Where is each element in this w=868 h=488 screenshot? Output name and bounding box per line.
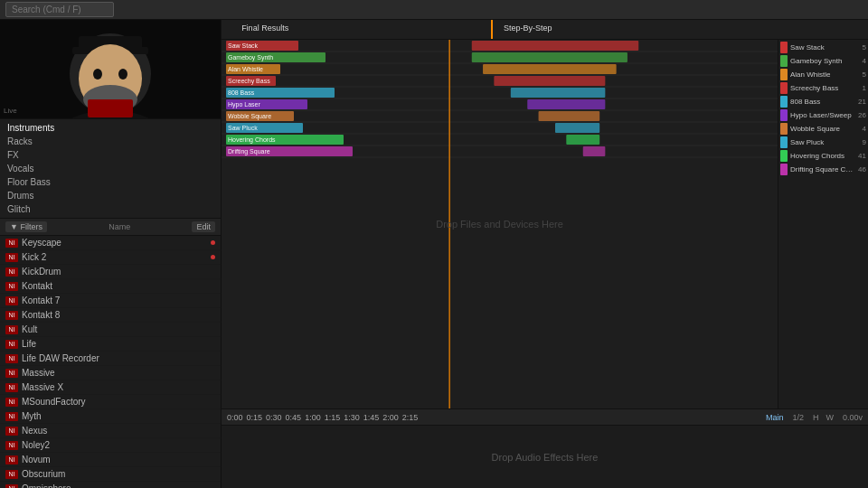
- edit-button[interactable]: Edit: [192, 221, 215, 232]
- plugin-name: Kontakt 7: [22, 296, 207, 305]
- browser-item[interactable]: NI Kontakt 7: [0, 294, 221, 308]
- plugin-icon: NI: [5, 239, 18, 248]
- browser-item[interactable]: NI Omnisphere: [0, 482, 221, 488]
- svg-rect-48: [566, 135, 599, 145]
- category-glitch[interactable]: Glitch: [0, 202, 221, 216]
- category-floorbass[interactable]: Floor Bass: [0, 175, 221, 189]
- right-area: Final Results Step-By-Step: [222, 20, 868, 488]
- track-num-hypo: 26: [855, 111, 866, 119]
- svg-rect-40: [472, 41, 639, 51]
- browser-item[interactable]: NI Noley2: [0, 438, 221, 453]
- svg-rect-47: [555, 123, 599, 133]
- arrangement-svg: Saw Stack Gameboy Synth Alan Whistle Scr…: [222, 40, 778, 408]
- timeline-bottom-wrapper: 0:00 0:15 0:30 0:45 1:00 1:15 1:30 1:45 …: [227, 413, 757, 422]
- time-7: 1:45: [363, 413, 380, 422]
- browser-item[interactable]: NI Kick 2: [0, 250, 221, 265]
- track-num-saw-stack: 5: [855, 43, 866, 52]
- browser-item[interactable]: NI Kontakt: [0, 279, 221, 294]
- time-3: 0:45: [286, 413, 302, 422]
- track-name-drifting: Drifting Square Chords: [790, 165, 854, 174]
- browser-item[interactable]: NI Life DAW Recorder: [0, 352, 221, 366]
- track-num-808: 21: [855, 98, 866, 106]
- category-racks[interactable]: Racks: [0, 135, 221, 148]
- track-name-hovering: Hovering Chords: [790, 152, 854, 160]
- detail-area[interactable]: Drop Audio Effects Here: [222, 425, 868, 488]
- browser-item[interactable]: NI Novum: [0, 453, 221, 467]
- arrangement-view[interactable]: Saw Stack Gameboy Synth Alan Whistle Scr…: [222, 40, 778, 408]
- track-name-808: 808 Bass: [790, 98, 854, 106]
- track-name-gameboy: Gameboy Synth: [790, 57, 854, 65]
- track-label-0: Saw Stack 5: [780, 42, 866, 53]
- plugin-name: Kontakt: [22, 281, 207, 291]
- plugin-dot: [211, 240, 215, 245]
- track-name-sawpluck: Saw Pluck: [790, 138, 854, 146]
- plugin-dot: [211, 255, 215, 259]
- track-name-wobble: Wobble Square: [790, 125, 854, 133]
- svg-text:Screechy Bass: Screechy Bass: [228, 78, 270, 85]
- plugin-icon: NI: [5, 412, 18, 421]
- browser-item[interactable]: NI Kontakt 8: [0, 308, 221, 323]
- search-input[interactable]: [5, 2, 114, 17]
- track-color-gameboy: [780, 55, 788, 67]
- browser-item[interactable]: NI KickDrum: [0, 265, 221, 279]
- browser-item[interactable]: NI Massive X: [0, 380, 221, 395]
- plugin-icon: NI: [5, 441, 18, 450]
- plugin-icon: NI: [5, 253, 18, 262]
- browser-item[interactable]: NI Massive: [0, 366, 221, 380]
- svg-text:Gameboy Synth: Gameboy Synth: [228, 54, 273, 61]
- track-label-9: Drifting Square Chords 46: [780, 164, 866, 175]
- svg-text:Hovering Chords: Hovering Chords: [228, 136, 276, 144]
- browser-item[interactable]: NI Myth: [0, 409, 221, 424]
- svg-rect-46: [539, 111, 600, 121]
- browser-item[interactable]: NI Keyscape: [0, 236, 221, 250]
- left-panel: Live Instruments Racks FX Vocals Floor B…: [0, 20, 222, 488]
- plugin-icon: NI: [5, 369, 18, 378]
- time-8: 2:00: [382, 413, 399, 422]
- track-label-8: Hovering Chords 41: [780, 150, 866, 162]
- timeline-ruler[interactable]: Final Results Step-By-Step: [229, 20, 868, 39]
- track-color-sawpluck: [780, 136, 788, 148]
- svg-point-6: [118, 69, 127, 80]
- pos-label: 0.00v: [843, 413, 863, 422]
- track-color-screechy: [780, 82, 788, 94]
- svg-rect-9: [88, 99, 133, 117]
- webcam-label: Live: [4, 107, 17, 115]
- filters-button[interactable]: ▼ Filters: [5, 221, 47, 232]
- browser-item[interactable]: NI Kult: [0, 323, 221, 337]
- category-instruments[interactable]: Instruments: [0, 121, 221, 135]
- track-num-gameboy: 4: [855, 57, 866, 65]
- svg-text:Saw Stack: Saw Stack: [228, 42, 259, 49]
- svg-text:Wobble Square: Wobble Square: [228, 113, 271, 120]
- time-2: 0:30: [266, 413, 282, 422]
- track-name-saw-stack: Saw Stack: [790, 43, 854, 52]
- svg-text:808 Bass: 808 Bass: [228, 89, 255, 96]
- browser-item[interactable]: NI Obscurium: [0, 467, 221, 482]
- track-color-saw-stack: [780, 42, 788, 53]
- categories-panel: Instruments Racks FX Vocals Floor Bass D…: [0, 119, 221, 219]
- playhead[interactable]: [491, 20, 493, 39]
- plugin-name: Keyscape: [22, 238, 207, 248]
- browser-item[interactable]: NI Nexus: [0, 424, 221, 438]
- svg-point-5: [93, 69, 102, 80]
- category-fx[interactable]: FX: [0, 148, 221, 162]
- plugin-name: Noley2: [22, 440, 207, 450]
- category-instruments-label: Instruments: [7, 123, 54, 133]
- category-vocals[interactable]: Vocals: [0, 162, 221, 175]
- plugin-name: MSoundFactory: [22, 397, 207, 407]
- time-0: 0:00: [227, 413, 243, 422]
- track-label-4: 808 Bass 21: [780, 96, 866, 108]
- browser-item[interactable]: NI Life: [0, 337, 221, 352]
- svg-text:Saw Pluck: Saw Pluck: [228, 125, 258, 131]
- svg-rect-45: [527, 99, 605, 109]
- plugin-icon: NI: [5, 282, 18, 291]
- top-bar: [0, 0, 868, 20]
- webcam-area: Live: [0, 20, 221, 119]
- browser-name-header: Name: [108, 222, 130, 231]
- track-sidebar: Saw Stack 5 Gameboy Synth 4 Alan Whistle…: [778, 40, 868, 408]
- svg-rect-43: [494, 76, 605, 86]
- track-color-hypo: [780, 109, 788, 121]
- track-color-808: [780, 96, 788, 108]
- category-drums[interactable]: Drums: [0, 189, 221, 202]
- track-label-5: Hypo Laser/Sweep 26: [780, 109, 866, 121]
- browser-item[interactable]: NI MSoundFactory: [0, 395, 221, 409]
